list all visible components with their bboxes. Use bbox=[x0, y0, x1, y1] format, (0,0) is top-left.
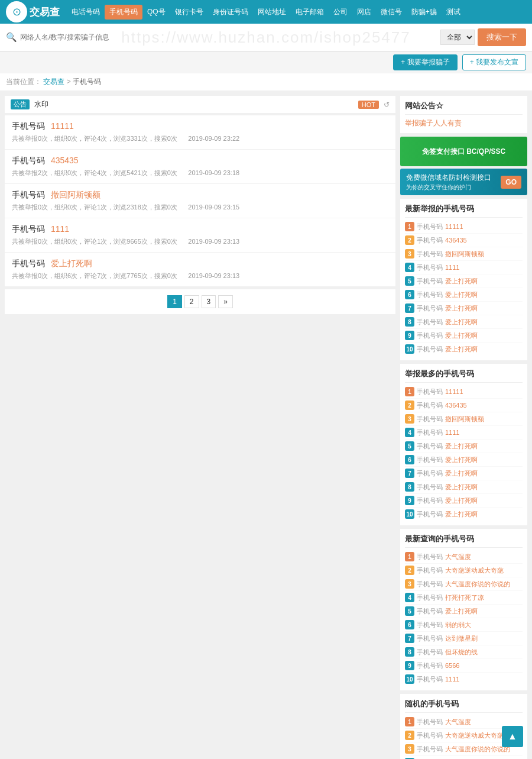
rank-badge-7: 7 bbox=[405, 303, 414, 313]
page-next[interactable]: » bbox=[218, 295, 233, 308]
list-item[interactable]: 3 手机号码 撤回阿斯顿额 bbox=[405, 412, 523, 426]
up-arrow-icon: ▲ bbox=[508, 731, 517, 742]
rank-badge-4: 4 bbox=[405, 263, 414, 272]
rank-badge-8: 8 bbox=[405, 317, 414, 327]
nav-item-qq[interactable]: QQ号 bbox=[142, 5, 170, 20]
refresh-icon[interactable]: ↺ bbox=[384, 101, 390, 109]
back-to-top[interactable]: ▲ bbox=[502, 726, 523, 747]
sidebar-searched-list: 1 手机号码 大气温度 2 手机号码 大奇葩逆动威大奇葩 3 手机号码 大气温度… bbox=[405, 550, 523, 686]
nav-item-test[interactable]: 测试 bbox=[442, 5, 465, 20]
post-meta: 共被举报2次，组织0次，评论4次，浏览5421次，搜索0次 2019-09-09… bbox=[12, 169, 388, 177]
sidebar-searched-title: 最新查询的手机号码 bbox=[405, 534, 523, 548]
nav-item-wechat[interactable]: 微信号 bbox=[376, 5, 407, 20]
page-3[interactable]: 3 bbox=[202, 295, 216, 308]
nav-item-shop[interactable]: 网店 bbox=[352, 5, 376, 20]
table-row: 手机号码 11111 共被举报0次，组织0次，评论4次，浏览3331次，搜索0次… bbox=[5, 115, 395, 150]
sidebar-notice-text: 举报骗子人人有责 bbox=[405, 118, 523, 128]
nav-item-bank[interactable]: 银行卡号 bbox=[170, 5, 208, 20]
list-item[interactable]: 10 手机号码 1111 bbox=[405, 673, 523, 686]
page-1[interactable]: 1 bbox=[167, 295, 182, 308]
table-row: 手机号码 1111 共被举报0次，组织0次，评论1次，浏览9665次，搜索0次 … bbox=[5, 218, 395, 253]
sidebar-notice-title: 网站公告☆ bbox=[405, 101, 523, 115]
post-meta: 共被举报0次，组织6次，评论7次，浏览7765次，搜索0次 2019-09-09… bbox=[12, 272, 388, 280]
notice-tag: 公告 bbox=[11, 99, 30, 109]
table-row: 手机号码 撤回阿斯顿额 共被举报0次，组织0次，评论1次，浏览2318次，搜索0… bbox=[5, 184, 395, 218]
list-item[interactable]: 1 手机号码 大气温度 bbox=[405, 550, 523, 564]
list-item[interactable]: 4 手机号码 1111 bbox=[405, 426, 523, 440]
list-item[interactable]: 3 手机号码 大气温度你说的你说的 bbox=[405, 577, 523, 591]
breadcrumb: 当前位置： 交易查 > 手机号码 bbox=[0, 73, 532, 91]
post-meta: 共被举报0次，组织0次，评论1次，浏览9665次，搜索0次 2019-09-09… bbox=[12, 237, 388, 246]
action-buttons-row: + 我要举报骗子 + 我要发布文宣 bbox=[0, 51, 532, 73]
sidebar-notice-section: 网站公告☆ 举报骗子人人有责 bbox=[400, 96, 527, 133]
table-row: 手机号码 435435 共被举报2次，组织0次，评论4次，浏览5421次，搜索0… bbox=[5, 150, 395, 184]
post-title[interactable]: 手机号码 11111 bbox=[12, 121, 388, 132]
list-item[interactable]: 10 手机号码 爱上打死啊 bbox=[405, 343, 523, 356]
list-item[interactable]: 4 手机号码 打死打死了凉 bbox=[405, 756, 523, 759]
nav-item-email[interactable]: 电子邮箱 bbox=[291, 5, 329, 20]
list-item[interactable]: 4 手机号码 1111 bbox=[405, 261, 523, 274]
nav-item-fraud[interactable]: 防骗+骗 bbox=[407, 5, 442, 20]
nav-item-url[interactable]: 网站地址 bbox=[253, 5, 291, 20]
search-button[interactable]: 搜索一下 bbox=[478, 28, 526, 46]
post-meta: 共被举报0次，组织0次，评论1次，浏览2318次，搜索0次 2019-09-09… bbox=[12, 203, 388, 212]
list-item[interactable]: 5 手机号码 爱上打死啊 bbox=[405, 605, 523, 618]
list-item[interactable]: 6 手机号码 爱上打死啊 bbox=[405, 453, 523, 467]
post-title[interactable]: 手机号码 435435 bbox=[12, 156, 388, 166]
nav-item-phone[interactable]: 电话号码 bbox=[67, 5, 105, 20]
report-button[interactable]: + 我要举报骗子 bbox=[393, 54, 457, 70]
list-item[interactable]: 10 手机号码 爱上打死啊 bbox=[405, 508, 523, 521]
list-item[interactable]: 4 手机号码 打死打死了凉 bbox=[405, 591, 523, 605]
logo-icon: ⊙ bbox=[12, 5, 21, 18]
list-item[interactable]: 9 手机号码 爱上打死啊 bbox=[405, 494, 523, 508]
list-item[interactable]: 9 手机号码 爱上打死啊 bbox=[405, 329, 523, 343]
hot-tag: HOT bbox=[358, 101, 379, 109]
breadcrumb-home[interactable]: 交易查 bbox=[43, 77, 64, 86]
sidebar-popular-title: 举报最多的手机号码 bbox=[405, 369, 523, 383]
list-item[interactable]: 3 手机号码 撤回阿斯顿额 bbox=[405, 247, 523, 261]
breadcrumb-current: 手机号码 bbox=[73, 77, 101, 86]
list-item[interactable]: 9 手机号码 6566 bbox=[405, 659, 523, 673]
post-title[interactable]: 手机号码 1111 bbox=[12, 224, 388, 235]
sidebar-random-title: 随机的手机号码 bbox=[405, 699, 523, 713]
nav-item-id[interactable]: 身份证号码 bbox=[208, 5, 253, 20]
site-name: 交易查 bbox=[30, 5, 60, 19]
list-item[interactable]: 1 手机号码 11111 bbox=[405, 385, 523, 399]
post-meta: 共被举报0次，组织0次，评论4次，浏览3331次，搜索0次 2019-09-09… bbox=[12, 134, 388, 143]
list-item[interactable]: 8 手机号码 但坏烧的线 bbox=[405, 645, 523, 659]
right-sidebar: 网站公告☆ 举报骗子人人有责 免签支付接口 BC/QP/SSC 免费微信域名防封… bbox=[400, 96, 527, 759]
ad-banner-green[interactable]: 免签支付接口 BC/QP/SSC bbox=[400, 137, 527, 166]
list-item[interactable]: 2 手机号码 大奇葩逆动威大奇葩 bbox=[405, 564, 523, 577]
list-item[interactable]: 8 手机号码 爱上打死啊 bbox=[405, 315, 523, 329]
post-button[interactable]: + 我要发布文宣 bbox=[462, 54, 526, 70]
nav-item-company[interactable]: 公司 bbox=[329, 5, 352, 20]
post-title[interactable]: 手机号码 撤回阿斯顿额 bbox=[12, 190, 388, 201]
search-input[interactable] bbox=[20, 33, 440, 41]
post-list: 手机号码 11111 共被举报0次，组织0次，评论4次，浏览3331次，搜索0次… bbox=[5, 115, 395, 287]
list-item[interactable]: 2 手机号码 436435 bbox=[405, 234, 523, 247]
list-item[interactable]: 6 手机号码 爱上打死啊 bbox=[405, 288, 523, 302]
sidebar-popular-section: 举报最多的手机号码 1 手机号码 11111 2 手机号码 436435 3 手… bbox=[400, 364, 527, 525]
sidebar-recent-section: 最新举报的手机号码 1 手机号码 11111 2 手机号码 436435 3 手… bbox=[400, 199, 527, 360]
sidebar-recent-title: 最新举报的手机号码 bbox=[405, 204, 523, 218]
list-item[interactable]: 5 手机号码 爱上打死啊 bbox=[405, 274, 523, 288]
rank-badge-10: 10 bbox=[405, 344, 414, 354]
post-title[interactable]: 手机号码 爱上打死啊 bbox=[12, 259, 388, 269]
page-2[interactable]: 2 bbox=[184, 295, 199, 308]
list-item[interactable]: 7 手机号码 爱上打死啊 bbox=[405, 302, 523, 315]
list-item[interactable]: 1 手机号码 11111 bbox=[405, 220, 523, 234]
list-item[interactable]: 2 手机号码 436435 bbox=[405, 399, 523, 412]
ad-banner-blue[interactable]: 免费微信域名防封检测接口为你的交叉守住你的护门 GO bbox=[400, 169, 527, 195]
sidebar-searched-section: 最新查询的手机号码 1 手机号码 大气温度 2 手机号码 大奇葩逆动威大奇葩 3… bbox=[400, 529, 527, 690]
list-item[interactable]: 8 手机号码 爱上打死啊 bbox=[405, 480, 523, 494]
search-select[interactable]: 全部 bbox=[440, 30, 475, 45]
search-icon: 🔍 bbox=[6, 32, 17, 43]
list-item[interactable]: 7 手机号码 爱上打死啊 bbox=[405, 467, 523, 480]
list-item[interactable]: 7 手机号码 达到微星刷 bbox=[405, 632, 523, 645]
notice-bar: 公告 水印 HOT ↺ bbox=[5, 96, 395, 113]
list-item[interactable]: 5 手机号码 爱上打死啊 bbox=[405, 440, 523, 453]
list-item[interactable]: 6 手机号码 弱的弱大 bbox=[405, 618, 523, 632]
sidebar-popular-list: 1 手机号码 11111 2 手机号码 436435 3 手机号码 撤回阿斯顿额… bbox=[405, 385, 523, 521]
rank-badge-6: 6 bbox=[405, 290, 414, 299]
nav-item-mobile[interactable]: 手机号码 bbox=[105, 5, 142, 20]
